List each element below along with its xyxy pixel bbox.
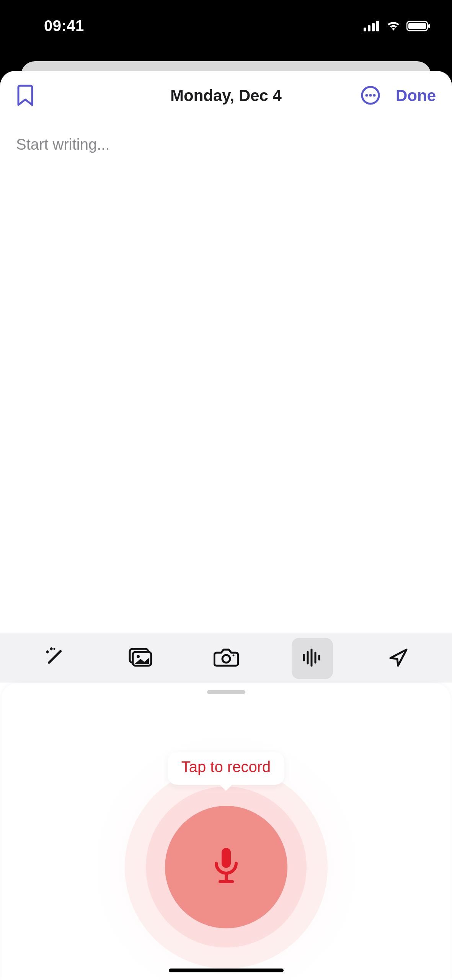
- cellular-icon: [364, 21, 380, 31]
- tool-gallery[interactable]: [119, 638, 161, 679]
- ellipsis-circle-icon: [361, 85, 380, 106]
- editor-area[interactable]: [0, 121, 452, 153]
- attachment-toolbar: [0, 634, 452, 683]
- tool-magic[interactable]: [33, 638, 75, 679]
- status-icons: [364, 21, 431, 31]
- magic-wand-icon: [43, 647, 65, 670]
- status-time: 09:41: [44, 17, 84, 34]
- tool-location[interactable]: [378, 638, 419, 679]
- svg-point-15: [137, 655, 140, 658]
- svg-point-16: [222, 655, 230, 663]
- svg-rect-0: [364, 28, 366, 31]
- svg-line-11: [49, 651, 60, 663]
- svg-rect-3: [376, 21, 379, 31]
- tool-audio[interactable]: [292, 638, 333, 679]
- microphone-icon: [211, 846, 242, 889]
- svg-rect-2: [372, 23, 375, 31]
- svg-point-10: [373, 94, 376, 96]
- record-button[interactable]: [165, 806, 287, 928]
- done-button[interactable]: Done: [396, 87, 436, 105]
- record-tooltip: Tap to record: [168, 752, 284, 785]
- svg-point-12: [53, 648, 55, 650]
- more-button[interactable]: [361, 85, 380, 106]
- panel-grabber[interactable]: [207, 690, 245, 694]
- status-bar: 09:41: [0, 0, 452, 61]
- svg-rect-23: [222, 848, 231, 868]
- waveform-icon: [301, 648, 323, 668]
- page-title: Monday, Dec 4: [170, 87, 282, 105]
- svg-rect-1: [368, 25, 370, 31]
- svg-point-17: [232, 655, 234, 657]
- wifi-icon: [386, 21, 401, 31]
- svg-point-8: [366, 94, 368, 96]
- sheet-header: Monday, Dec 4 Done: [0, 71, 452, 121]
- compose-sheet: Monday, Dec 4 Done: [0, 71, 452, 980]
- location-arrow-icon: [388, 647, 409, 669]
- editor-input[interactable]: [16, 136, 436, 153]
- svg-point-9: [369, 94, 372, 96]
- svg-rect-5: [408, 23, 426, 29]
- battery-icon: [406, 21, 431, 31]
- tool-camera[interactable]: [206, 638, 247, 679]
- gallery-icon: [127, 647, 153, 670]
- home-indicator: [169, 969, 284, 972]
- bookmark-button[interactable]: [16, 84, 34, 108]
- record-panel: Tap to record: [2, 683, 450, 980]
- camera-icon: [214, 647, 239, 669]
- bookmark-icon: [16, 84, 34, 108]
- svg-rect-6: [428, 24, 430, 28]
